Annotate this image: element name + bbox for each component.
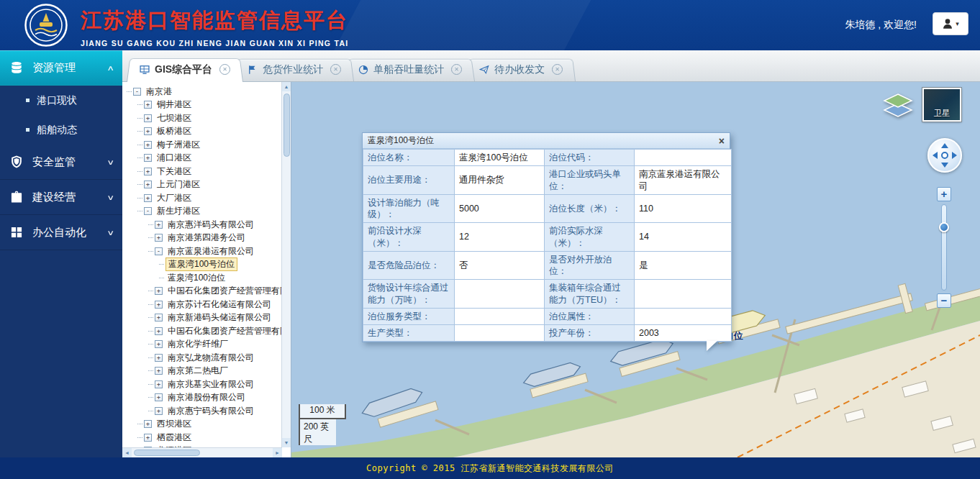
- tree-node-label[interactable]: 南京苏计石化储运有限公司: [165, 298, 273, 311]
- tab-1[interactable]: 危货作业统计✕: [235, 58, 354, 81]
- field-label: 货物设计年综合通过能力（万吨）：: [363, 280, 455, 309]
- tree-toggle[interactable]: +: [144, 434, 152, 442]
- copyright-text: Copyright © 2015 江苏省新通智能交通科技发展有限公司: [366, 462, 614, 475]
- tree-toggle[interactable]: +: [144, 101, 152, 109]
- tree-node-label[interactable]: 南京化学纤维厂: [165, 337, 230, 351]
- tree-toggle[interactable]: +: [144, 168, 152, 175]
- popup-close-button[interactable]: ×: [719, 136, 725, 146]
- tree-node-label[interactable]: 南京蓝泉港运有限公司: [165, 245, 256, 258]
- tree-toggle[interactable]: +: [155, 340, 163, 348]
- tree-node-label[interactable]: 西坝港区: [155, 417, 194, 431]
- tree-node-label[interactable]: 浦口港区: [155, 151, 194, 165]
- map-canvas[interactable]: 蓝泉湾100号泊位 蓝泉湾100号泊位 × 泊位名称：蓝泉湾100号泊位泊位代码…: [291, 82, 980, 457]
- scroll-down-arrow[interactable]: ▼: [282, 438, 291, 447]
- tree-toggle[interactable]: -: [133, 88, 141, 96]
- satellite-label: 卫星: [934, 108, 950, 119]
- sidebar-item-0[interactable]: 资源管理∧: [0, 50, 122, 86]
- tab-2[interactable]: 单船吞吐量统计✕: [345, 58, 475, 81]
- tree-toggle[interactable]: +: [155, 314, 163, 321]
- tree-vertical-scrollbar[interactable]: ▲ ▼: [281, 82, 291, 447]
- tree-node-label[interactable]: 板桥港区: [155, 124, 194, 138]
- tree-toggle[interactable]: +: [155, 234, 163, 242]
- zoom-out-button[interactable]: −: [937, 293, 951, 308]
- tree-node-label[interactable]: 栖霞港区: [155, 431, 194, 444]
- tree-toggle[interactable]: -: [155, 247, 163, 255]
- tree-toggle[interactable]: +: [155, 354, 163, 362]
- sidebar-item-1[interactable]: 安全监管∨: [0, 145, 122, 180]
- tree-toggle[interactable]: +: [144, 181, 152, 188]
- tree-node-label[interactable]: 中国石化集团资产经营管理有限公司: [165, 284, 281, 298]
- user-icon: [942, 18, 953, 29]
- scroll-right-arrow[interactable]: ►: [273, 448, 282, 457]
- vertical-scroll-thumb[interactable]: [283, 93, 290, 157]
- gis-icon: [140, 65, 150, 75]
- satellite-view-button[interactable]: 卫星: [922, 88, 961, 122]
- tab-close-icon[interactable]: ✕: [219, 64, 230, 75]
- pan-center-icon[interactable]: [941, 152, 948, 159]
- horizontal-scroll-thumb[interactable]: [134, 450, 200, 456]
- chevron-down-icon: ∨: [106, 229, 114, 237]
- sidebar-subitem-0-0[interactable]: 港口现状: [0, 86, 122, 115]
- tree-node-label[interactable]: 下关港区: [155, 165, 194, 178]
- pan-right-arrow-icon[interactable]: [952, 152, 957, 159]
- tree-node-label[interactable]: 南京第二热电厂: [165, 364, 230, 378]
- tree-node-label[interactable]: 中国石化集团资产经营管理有限公司: [165, 324, 281, 338]
- sidebar-item-2[interactable]: 建设经营∨: [0, 180, 122, 215]
- tree-toggle[interactable]: -: [144, 207, 152, 215]
- zoom-slider-handle[interactable]: [939, 222, 949, 232]
- tree-horizontal-scrollbar[interactable]: ◄ ►: [122, 447, 282, 457]
- tree-toggle[interactable]: +: [155, 393, 163, 401]
- field-label: 设计靠泊能力（吨级）：: [363, 194, 455, 223]
- sidebar-item-3[interactable]: 办公自动化∨: [0, 215, 122, 250]
- tab-3[interactable]: 待办收发文✕: [466, 58, 576, 81]
- tree-node-label[interactable]: 南京惠洋码头有限公司: [165, 218, 256, 232]
- tree-toggle[interactable]: +: [155, 287, 163, 295]
- tree-node-label[interactable]: 七坝港区: [155, 111, 194, 125]
- tree-toggle[interactable]: +: [155, 221, 163, 229]
- tree-toggle[interactable]: +: [144, 127, 152, 135]
- tree-node-label[interactable]: 南京兆基实业有限公司: [165, 378, 256, 391]
- tree-node-label[interactable]: 南京港: [144, 85, 174, 99]
- tree-node-label[interactable]: 上元门港区: [155, 178, 202, 191]
- tab-label: 单船吞吐量统计: [373, 63, 444, 76]
- tree-node-label[interactable]: 新生圩港区: [155, 204, 202, 218]
- tree-node-label[interactable]: 南京港第四港务公司: [165, 231, 248, 245]
- pan-down-arrow-icon[interactable]: [941, 163, 948, 168]
- pan-up-arrow-icon[interactable]: [941, 143, 948, 148]
- popup-title: 蓝泉湾100号泊位: [368, 134, 434, 147]
- user-menu-button[interactable]: ▾: [933, 12, 968, 35]
- tree-node-label[interactable]: 大厂港区: [155, 191, 194, 205]
- scroll-up-arrow[interactable]: ▲: [282, 82, 291, 91]
- tree-toggle[interactable]: +: [144, 114, 152, 122]
- tree-toggle[interactable]: +: [144, 141, 152, 149]
- tab-close-icon[interactable]: ✕: [451, 64, 462, 75]
- map-3d-layers-button[interactable]: [881, 92, 915, 122]
- tree-node-label[interactable]: 南京惠宁码头有限公司: [165, 404, 256, 418]
- tab-close-icon[interactable]: ✕: [330, 64, 341, 75]
- tree-toggle[interactable]: +: [155, 301, 163, 309]
- tree-node-label[interactable]: 梅子洲港区: [155, 138, 202, 152]
- tree-node-label[interactable]: 南京新港码头储运有限公司: [165, 311, 273, 324]
- tree-toggle[interactable]: +: [155, 327, 163, 335]
- tree-toggle[interactable]: +: [144, 420, 152, 428]
- tree-toggle[interactable]: +: [144, 194, 152, 202]
- tree-toggle[interactable]: +: [155, 407, 163, 415]
- zoom-slider-track[interactable]: [941, 204, 947, 291]
- scroll-left-arrow[interactable]: ◄: [122, 448, 132, 457]
- tab-close-icon[interactable]: ✕: [552, 64, 563, 75]
- tree-toggle[interactable]: +: [155, 367, 163, 375]
- tree-node-label[interactable]: 蓝泉湾100号泊位: [165, 257, 237, 271]
- tree-node-label[interactable]: 蓝泉湾100泊位: [165, 271, 227, 285]
- tab-0[interactable]: GIS综合平台✕: [127, 57, 243, 82]
- field-label: 前沿实际水深（米）：: [545, 223, 635, 252]
- tree-node-label[interactable]: 南京港股份有限公司: [165, 391, 248, 404]
- tree-toggle[interactable]: +: [144, 154, 152, 162]
- tree-toggle[interactable]: +: [155, 380, 163, 388]
- sidebar-subitem-0-1[interactable]: 船舶动态: [0, 115, 122, 145]
- zoom-in-button[interactable]: +: [937, 187, 951, 201]
- tree-connector: [137, 437, 142, 438]
- map-pan-control[interactable]: [927, 138, 962, 173]
- pan-left-arrow-icon[interactable]: [933, 152, 938, 159]
- tree-node-label[interactable]: 铜井港区: [155, 98, 194, 111]
- tree-node-label[interactable]: 南京弘龙物流有限公司: [165, 351, 256, 365]
